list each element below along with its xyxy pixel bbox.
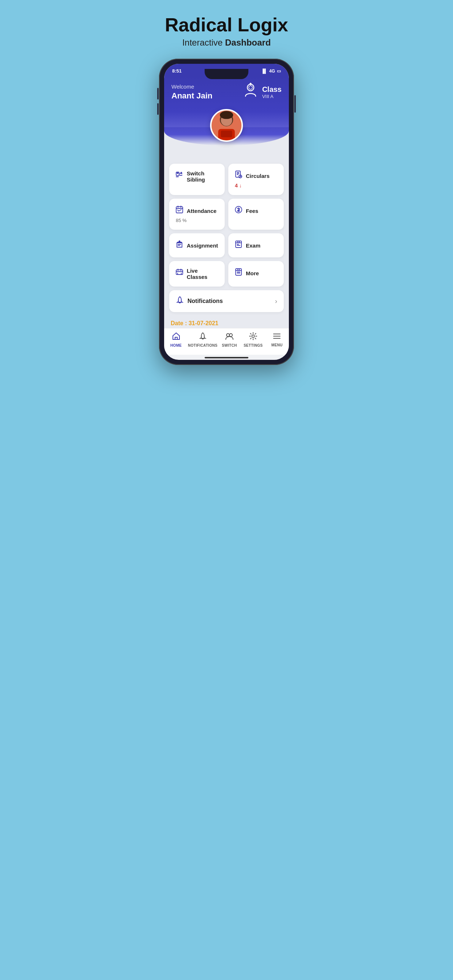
time-display: 8:51 [172,68,182,74]
circulars-icon-row: Circulars [234,170,278,181]
circulars-icon [234,170,243,181]
home-icon [172,332,180,342]
subtitle-plain: Interactive [182,38,225,48]
svg-point-15 [179,241,180,242]
nav-settings-icon [249,332,257,342]
nav-settings-label: SETTINGS [244,344,263,347]
class-text: Class VIII A [262,85,282,99]
page-header: Radical Logix Interactive Dashboard [159,14,294,48]
svg-point-21 [252,335,255,337]
nav-notifications[interactable]: NOTIFICATIONS [188,332,217,347]
notifications-bar[interactable]: Notifications › [169,290,284,312]
attendance-icon-row: Attendance [175,205,219,216]
notch [205,69,248,79]
exam-label: Exam [246,242,260,249]
nav-switch-icon [225,332,234,342]
attendance-icon [175,205,184,216]
student-name: Anant Jain [171,91,212,100]
class-info: Class VIII A [242,83,282,102]
more-card[interactable]: More [228,261,284,286]
student-info: Welcome Anant Jain [171,83,212,100]
svg-point-20 [230,334,232,337]
svg-rect-7 [221,130,232,137]
assignment-card[interactable]: Assignment [169,233,225,258]
nav-menu[interactable]: MENU [265,332,289,347]
home-indicator [205,357,248,358]
live-classes-card[interactable]: Live Classes [169,261,225,286]
switch-sibling-icon [175,171,184,182]
grid-row-1: Switch Sibling [169,164,284,195]
more-label: More [246,270,259,276]
page-wrapper: Radical Logix Interactive Dashboard 8:51… [159,14,294,365]
assignment-icon [175,240,184,251]
app-name: Radical Logix [159,14,294,35]
app-subtitle: Interactive Dashboard [159,38,294,48]
download-icon: ↓ [239,183,242,188]
switch-sibling-label: Switch Sibling [187,170,219,183]
notif-left: Notifications [176,296,223,306]
exam-card[interactable]: Exam [228,233,284,258]
date-text: Date : 31-07-2021 [171,320,219,326]
header-top: Welcome Anant Jain [171,83,282,102]
nav-home[interactable]: HOME [164,332,188,347]
exam-icon [234,240,243,251]
svg-rect-17 [176,270,183,275]
notifications-label: Notifications [187,298,223,304]
svg-point-10 [181,172,182,173]
status-icons: ▐▌ 4G ▭ [261,68,281,74]
class-icon [242,83,258,102]
circulars-count: 4 ↓ [234,183,278,188]
svg-point-1 [249,86,252,89]
nav-switch-label: SWITCH [222,344,237,347]
attendance-label: Attendance [187,208,217,214]
nav-settings[interactable]: SETTINGS [241,332,265,347]
bottom-nav: HOME NOTIFICATIONS [164,328,289,355]
grid-row-2: Attendance 85 % Fees [169,199,284,230]
nav-notifications-label: NOTIFICATIONS [188,344,217,347]
circulars-label: Circulars [246,173,270,179]
network-type: 4G [269,68,275,74]
fees-card[interactable]: Fees [228,199,284,230]
svg-point-9 [177,173,179,174]
notifications-chevron-icon: › [275,298,277,305]
grid-row-3: Assignment [169,233,284,258]
phone-shell: 8:51 ▐▌ 4G ▭ Welcome Anant Jain [159,59,294,365]
battery-icon: ▭ [277,68,281,74]
nav-bell-icon [199,332,207,342]
exam-icon-row: Exam [234,240,278,251]
nav-switch[interactable]: SWITCH [217,332,241,347]
attendance-card[interactable]: Attendance 85 % [169,199,225,230]
assignment-label: Assignment [187,242,218,249]
content-area: Switch Sibling [164,145,289,328]
phone-screen: 8:51 ▐▌ 4G ▭ Welcome Anant Jain [164,64,289,360]
avatar-image [212,110,241,140]
assignment-icon-row: Assignment [175,240,219,251]
live-classes-label: Live Classes [187,267,219,280]
svg-rect-13 [176,207,183,213]
volume-up-button [157,88,159,100]
svg-rect-11 [236,171,240,177]
fees-icon [234,205,243,216]
more-icon-row: More [234,267,278,278]
svg-point-19 [226,334,230,337]
more-icon [234,267,243,278]
fees-icon-row: Fees [234,205,278,216]
nav-menu-label: MENU [271,343,283,347]
wave-section [164,127,289,145]
subtitle-bold: Dashboard [225,38,271,48]
nav-menu-icon [273,332,281,342]
date-bar: Date : 31-07-2021 [169,317,284,328]
notif-bell-icon [176,296,184,306]
welcome-text: Welcome [171,83,212,90]
volume-down-button [157,103,159,115]
live-classes-icon-row: Live Classes [175,267,219,280]
class-value: VIII A [262,94,282,99]
signal-icon: ▐▌ [261,68,267,74]
switch-sibling-card[interactable]: Switch Sibling [169,164,225,195]
power-button [294,95,296,113]
fees-label: Fees [246,208,258,214]
live-classes-icon [175,268,184,279]
circulars-card[interactable]: Circulars 4 ↓ [228,164,284,195]
nav-home-label: HOME [170,344,182,347]
attendance-sub: 85 % [175,218,219,223]
